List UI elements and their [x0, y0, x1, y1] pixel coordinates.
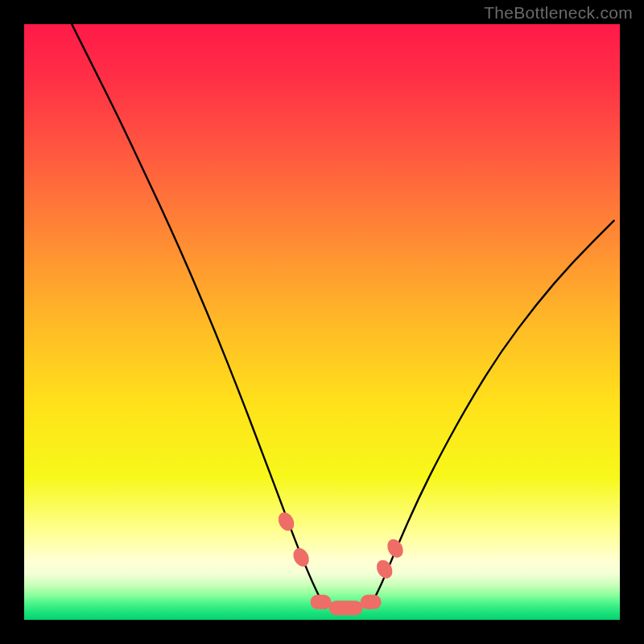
marker-point — [361, 595, 382, 609]
chart-frame: { "watermark": "TheBottleneck.com", "cha… — [0, 0, 644, 644]
svg-rect-4 — [329, 601, 363, 615]
marker-point — [329, 601, 363, 615]
watermark-text: TheBottleneck.com — [484, 3, 633, 23]
bottleneck-chart — [0, 0, 644, 644]
gradient-background — [24, 24, 620, 620]
marker-point — [311, 595, 332, 609]
svg-rect-5 — [361, 595, 382, 609]
svg-rect-3 — [311, 595, 332, 609]
